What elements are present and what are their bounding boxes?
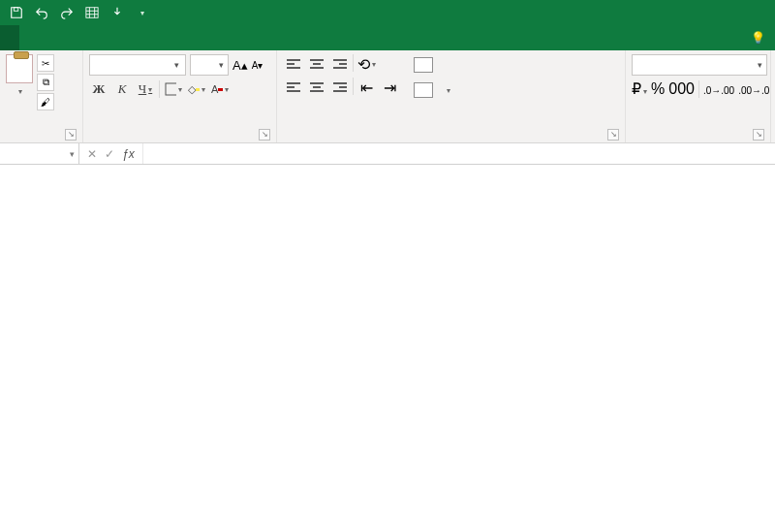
lightbulb-icon: 💡 (751, 31, 765, 45)
align-middle-icon[interactable] (306, 54, 327, 74)
wrap-text-button[interactable] (410, 54, 454, 76)
chevron-down-icon[interactable]: ▾ (170, 60, 183, 70)
excel-app: ▾ 💡 ▾ ✂ ⧉ 🖌 (0, 0, 775, 532)
number-format-combo[interactable]: ▾ (632, 54, 767, 76)
percent-format-icon[interactable]: % (651, 80, 665, 98)
wrap-text-icon (414, 57, 433, 73)
increase-decimal-icon[interactable]: .0→.00 (703, 80, 734, 98)
orientation-icon[interactable]: ⟲▾ (356, 54, 377, 74)
group-label-number: ↘ (632, 139, 764, 141)
increase-indent-icon[interactable]: ⇥ (379, 78, 400, 97)
clipboard-icon (6, 54, 33, 83)
cancel-formula-icon[interactable]: ✕ (87, 147, 97, 161)
align-top-icon[interactable] (283, 54, 304, 74)
formula-bar: ▾ ✕ ✓ ƒx (0, 143, 775, 165)
shrink-font-icon[interactable]: A▾ (252, 60, 264, 71)
align-right-icon[interactable] (329, 78, 351, 97)
font-name-input[interactable] (90, 55, 170, 75)
chevron-down-icon[interactable]: ▾ (445, 86, 450, 95)
format-painter-icon[interactable]: 🖌 (37, 93, 54, 110)
cut-icon[interactable]: ✂ (37, 54, 54, 72)
formula-controls: ✕ ✓ ƒx (79, 143, 143, 164)
group-label-clipboard: ↘ (6, 139, 77, 141)
group-alignment: ⟲▾ ⇤ ⇥ (277, 50, 626, 142)
decrease-decimal-icon[interactable]: .00→.0 (738, 80, 769, 98)
worksheet[interactable] (0, 165, 775, 532)
merge-center-button[interactable]: ▾ (410, 79, 454, 101)
font-size-combo[interactable]: ▾ (190, 54, 229, 76)
underline-button[interactable]: Ч▾ (136, 79, 155, 99)
bold-button[interactable]: Ж (89, 79, 108, 99)
ribbon: ▾ ✂ ⧉ 🖌 ↘ ▾ (0, 50, 775, 143)
decrease-indent-icon[interactable]: ⇤ (356, 78, 377, 97)
align-left-icon[interactable] (283, 78, 304, 97)
touch-mode-icon[interactable] (110, 6, 124, 19)
font-size-input[interactable] (191, 55, 214, 75)
group-clipboard: ▾ ✂ ⧉ 🖌 ↘ (0, 50, 83, 142)
name-box[interactable]: ▾ (0, 143, 79, 164)
title-bar: ▾ (0, 0, 775, 25)
font-color-icon[interactable]: А▾ (210, 79, 230, 99)
chevron-down-icon[interactable]: ▾ (66, 149, 78, 159)
save-icon[interactable] (10, 6, 23, 19)
ribbon-tabs: 💡 (0, 25, 775, 50)
merge-icon (414, 82, 433, 98)
group-label-alignment: ↘ (283, 139, 619, 141)
svg-rect-1 (86, 8, 98, 18)
formula-input[interactable] (143, 143, 775, 164)
dialog-launcher-icon[interactable]: ↘ (259, 129, 270, 141)
accounting-format-icon[interactable]: ₽▾ (632, 79, 647, 98)
borders-icon[interactable]: ▾ (164, 79, 183, 99)
enter-formula-icon[interactable]: ✓ (105, 147, 114, 161)
grow-font-icon[interactable]: A▴ (232, 58, 248, 73)
quick-access-toolbar: ▾ (0, 6, 149, 19)
table-icon[interactable] (85, 6, 99, 19)
fill-color-icon[interactable]: ◇▾ (187, 79, 206, 99)
chevron-down-icon[interactable]: ▾ (16, 87, 22, 96)
qat-customize-icon[interactable]: ▾ (136, 6, 149, 19)
paste-button[interactable]: ▾ (6, 54, 33, 96)
number-format-input[interactable] (633, 55, 753, 75)
copy-icon[interactable]: ⧉ (37, 74, 54, 91)
group-font: ▾ ▾ A▴ A▾ Ж К Ч▾ ▾ (83, 50, 277, 142)
group-label-font: ↘ (89, 139, 270, 141)
tell-me[interactable]: 💡 (745, 25, 775, 50)
chevron-down-icon[interactable]: ▾ (753, 60, 766, 70)
font-name-combo[interactable]: ▾ (89, 54, 186, 76)
undo-icon[interactable] (35, 6, 48, 19)
group-number: ▾ ₽▾ % 000 .0→.00 .00→.0 ↘ (626, 50, 771, 142)
dialog-launcher-icon[interactable]: ↘ (753, 129, 764, 141)
italic-button[interactable]: К (112, 79, 132, 99)
dialog-launcher-icon[interactable]: ↘ (65, 129, 77, 141)
comma-format-icon[interactable]: 000 (668, 80, 695, 98)
dialog-launcher-icon[interactable]: ↘ (607, 129, 619, 141)
svg-rect-2 (166, 83, 176, 95)
tab-file[interactable] (0, 25, 19, 50)
align-bottom-icon[interactable] (329, 54, 351, 74)
align-center-icon[interactable] (306, 78, 327, 97)
chevron-down-icon[interactable]: ▾ (214, 60, 228, 70)
redo-icon[interactable] (60, 6, 74, 19)
insert-function-icon[interactable]: ƒx (122, 147, 135, 161)
